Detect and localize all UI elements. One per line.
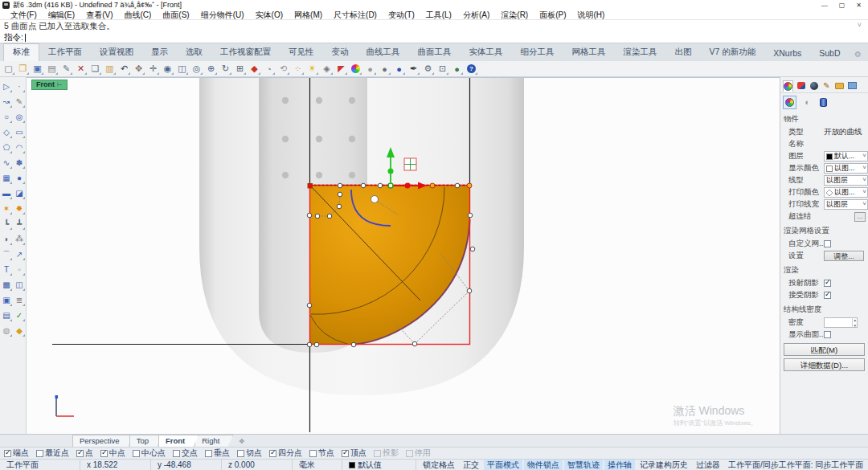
osnap-endpoint[interactable]: 端点 — [4, 448, 29, 459]
point-snap-icon[interactable]: ⁘ — [291, 62, 305, 76]
polygon-icon[interactable]: ⬠ — [0, 140, 13, 155]
toolbar-tab[interactable]: 渲染工具 — [615, 44, 666, 61]
cplane-button[interactable]: 工作平面 — [0, 460, 80, 470]
toolbar-tab[interactable]: 选取 — [177, 44, 211, 61]
show-surface-checkbox[interactable] — [824, 331, 831, 338]
chamfer-icon[interactable]: ┻ — [13, 216, 26, 231]
hide-object-icon[interactable]: ◔ — [262, 62, 276, 76]
save-icon[interactable]: ▣ — [31, 62, 44, 76]
ellipse-icon[interactable]: ◎ — [13, 109, 26, 125]
toolbar-tab[interactable]: 曲面工具 — [409, 44, 461, 61]
osnap-intersection[interactable]: 交点 — [173, 448, 198, 459]
sketch-curve-icon[interactable]: ✎ — [13, 94, 26, 109]
fillet-icon[interactable]: ┗ — [0, 216, 13, 231]
open-file-icon[interactable]: ❒ — [16, 62, 30, 76]
offset-icon[interactable]: ↗ — [13, 247, 26, 262]
display-color-dropdown[interactable]: 以图... — [824, 163, 868, 174]
layer-dropdown[interactable]: 默认... — [824, 151, 868, 161]
toolbar-tab[interactable]: 实体工具 — [461, 44, 512, 61]
toggle-filter[interactable]: 过滤器 — [693, 460, 723, 470]
cast-shadow-checkbox[interactable] — [824, 280, 831, 287]
menu-item[interactable]: 面板(P) — [534, 10, 571, 21]
red-car-icon[interactable]: ◆ — [248, 62, 261, 76]
delete-icon[interactable]: ✕ — [74, 62, 88, 76]
cplane-icon[interactable]: ▤ — [0, 308, 13, 323]
array-icon[interactable]: ▣ — [0, 292, 13, 308]
linetype-dropdown[interactable]: 以图层 — [824, 175, 868, 186]
extend-curve-icon[interactable]: ⌒ — [0, 247, 13, 262]
menu-item[interactable]: 渲染(R) — [495, 10, 534, 21]
zoom-icon[interactable]: ◉ — [161, 62, 174, 76]
notes-tab[interactable]: ✎ — [821, 80, 832, 92]
osnap-project[interactable]: 投影 — [374, 448, 399, 459]
hyperlink-ellipsis-button[interactable]: … — [854, 212, 866, 222]
osnap-center[interactable]: 中心点 — [133, 448, 166, 459]
toolbar-tab[interactable]: 变动 — [323, 44, 358, 61]
toggle-grid-snap[interactable]: 锁定格点 — [420, 460, 458, 470]
four-viewports-icon[interactable]: ⊞ — [233, 62, 247, 76]
menu-item[interactable]: 曲线(C) — [118, 10, 157, 21]
help-icon[interactable]: ? — [465, 62, 478, 76]
ribbon-gear-icon[interactable]: ⚙ — [854, 50, 862, 61]
viewport-tab-top[interactable]: Top — [129, 435, 162, 447]
viewport-title-badge[interactable]: Front⊢ — [31, 80, 68, 90]
rendering-tab[interactable] — [847, 80, 858, 92]
menu-item[interactable]: 变动(T) — [383, 10, 420, 21]
osnap-knot[interactable]: 节点 — [309, 448, 334, 459]
match-button[interactable]: 匹配(M) — [784, 343, 865, 356]
boolean-union-icon[interactable]: ✶ — [0, 201, 13, 216]
control-point-curve-icon[interactable]: ↝ — [0, 94, 13, 109]
options-gears-icon[interactable]: ⚙ — [421, 62, 435, 76]
gold-pyramid-icon[interactable]: ◆ — [13, 323, 26, 338]
layers-tab[interactable] — [796, 80, 806, 92]
menu-item[interactable]: 实体(O) — [250, 10, 289, 21]
lamp-icon[interactable]: ☀ — [305, 62, 319, 76]
viewport-tab-perspective[interactable]: Perspective — [72, 435, 133, 447]
shade-icon[interactable]: ◍ — [0, 323, 13, 338]
minimize-icon[interactable]: — — [821, 2, 828, 9]
osnap-near[interactable]: 最近点 — [36, 448, 69, 459]
libraries-tab[interactable] — [834, 80, 845, 92]
print-width-dropdown[interactable]: 以图层 — [824, 199, 868, 210]
move-icon[interactable]: ✛ — [146, 62, 160, 76]
osnap-midpoint[interactable]: 中点 — [100, 448, 125, 459]
single-point-icon[interactable]: · — [13, 79, 26, 94]
print-color-dropdown[interactable]: 以图... — [824, 187, 868, 198]
copy-icon[interactable]: ❏ — [88, 62, 102, 76]
rectangle-icon[interactable]: ▭ — [13, 125, 26, 140]
maximize-icon[interactable]: ▢ — [839, 2, 845, 9]
layer-flag-icon[interactable]: ◤ — [334, 62, 348, 76]
check-icon[interactable]: ✓ — [13, 308, 26, 323]
split-icon[interactable]: ⁂ — [13, 231, 26, 247]
arc-icon[interactable]: ◠ — [13, 140, 26, 155]
block-icon[interactable]: ◫ — [13, 277, 26, 292]
menu-item[interactable]: 工具(L) — [420, 10, 457, 21]
surface-icon[interactable]: ◪ — [13, 186, 26, 201]
toolbar-tab[interactable]: 工作视窗配置 — [211, 44, 280, 61]
point-grid-icon[interactable]: ▫ — [13, 262, 26, 277]
details-button[interactable]: 详细数据(D)... — [784, 358, 865, 371]
undo-icon[interactable]: ↶ — [117, 62, 131, 76]
toolbar-tab[interactable]: 网格工具 — [563, 44, 615, 61]
toggle-osnap[interactable]: 物件锁点 — [524, 460, 563, 470]
object-properties-subtab[interactable] — [783, 96, 796, 109]
trim-icon[interactable]: ◗ — [0, 231, 13, 247]
osnap-tangent[interactable]: 切点 — [237, 448, 262, 459]
geometry-subtab[interactable] — [817, 96, 830, 109]
toolbar-tab[interactable]: 显示 — [142, 44, 177, 61]
osnap-perpendicular[interactable]: 垂点 — [205, 448, 230, 459]
annotate-pen-icon[interactable]: ✒ — [407, 62, 420, 76]
front-viewport[interactable]: Front⊢ — [27, 77, 780, 434]
receive-shadow-checkbox[interactable] — [824, 292, 831, 299]
viewport-tab-menu-icon[interactable]: ✥ — [239, 438, 244, 447]
toolbar-tab[interactable]: 可见性 — [280, 44, 323, 61]
text-icon[interactable]: T — [0, 262, 13, 277]
properties-tab[interactable] — [783, 80, 793, 92]
pan-icon[interactable]: ✥ — [132, 62, 145, 76]
osnap-disable[interactable]: 停用 — [406, 448, 431, 459]
toggle-gumball[interactable]: 操作轴 — [604, 460, 635, 470]
toolbar-tab[interactable]: XNurbs — [764, 46, 810, 61]
toggle-cplane-sync[interactable]: 工作平面/同步工作平面: 同步工作平面 — [725, 460, 866, 470]
menu-item[interactable]: 查看(V) — [80, 10, 118, 21]
toolbar-tab[interactable]: 工作平面 — [39, 44, 91, 61]
